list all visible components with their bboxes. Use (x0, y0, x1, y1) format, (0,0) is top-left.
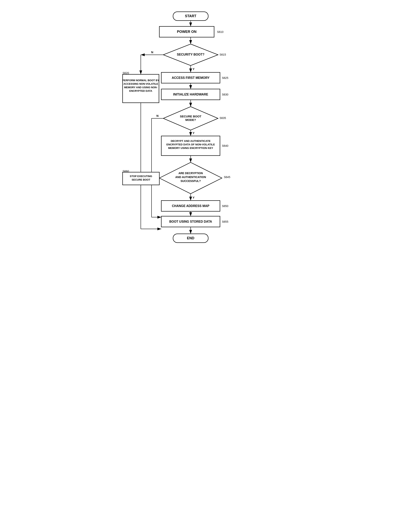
decryption-success-label-2: AND AUTHENTICATION (175, 175, 206, 179)
decrypt-label-2: ENCRYPTED DATA OF NON-VOLATILE (166, 143, 215, 146)
boot-stored-data-label: BOOT USING STORED DATA (169, 220, 212, 223)
y-label-decryption: Y (193, 196, 195, 199)
initialize-hardware-label: INITIALIZE HARDWARE (173, 93, 208, 96)
access-first-memory-label: ACCESS FIRST MEMORY (172, 76, 210, 80)
power-on-label: POWER ON (177, 30, 196, 34)
security-boot-label: SECURITY BOOT? (177, 53, 204, 56)
end-label: END (187, 236, 194, 240)
s650-label: S650 (222, 204, 228, 208)
normal-boot-label-1: PERFORM NORMAL BOOT BY (123, 79, 159, 82)
stop-executing-label-1: STOP EXECUTING (130, 175, 152, 178)
y-label-security: Y (193, 67, 195, 71)
s620-label: S620 (123, 71, 129, 75)
secure-boot-mode-label-1: SECURE BOOT (180, 115, 201, 118)
decryption-success-label-3: SUCCESSFUL? (181, 179, 201, 183)
normal-boot-label-2: ACCESSING NON-VOLATILE (123, 82, 158, 85)
decryption-success-label-1: ARE DECRYPTION (178, 172, 203, 175)
start-label: START (185, 14, 196, 18)
n-label-security: N (151, 50, 153, 54)
s630-label: S630 (222, 93, 228, 96)
n-label-secure-boot: N (157, 114, 159, 117)
stop-executing-label-2: SECURE BOOT (132, 178, 150, 181)
normal-boot-label-3: MEMORY AND USING NON- (124, 86, 157, 89)
s645-label: S645 (224, 175, 230, 179)
s625-label: S625 (222, 76, 228, 80)
flowchart: START POWER ON S610 SECURITY BOOT? S615 … (108, 4, 285, 270)
s610-label: S610 (217, 30, 223, 34)
normal-boot-label-4: ENCRYPTED DATA (129, 89, 152, 92)
y-label-secure-boot: Y (193, 131, 195, 135)
secure-boot-mode-label-2: MODE? (185, 118, 196, 121)
decrypt-label-3: MEMORY USING ENCRYPTION KEY (168, 147, 213, 149)
change-address-map-label: CHANGE ADDRESS MAP (172, 204, 209, 208)
s635-label: S635 (220, 116, 226, 119)
s640-label: S640 (222, 144, 228, 147)
decrypt-label-1: DECRYPT AND AUTHENTICATE (171, 139, 211, 142)
s655-label: S655 (222, 220, 228, 223)
s615-label: S615 (220, 53, 226, 56)
